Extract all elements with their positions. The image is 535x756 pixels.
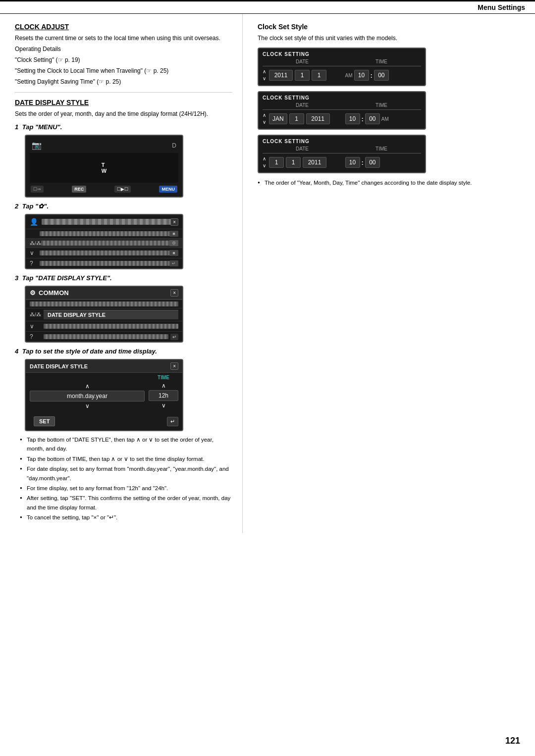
date-style-close-btn[interactable]: × (170, 362, 178, 370)
step2-text: Tap "✿". (22, 202, 49, 210)
date-value-box[interactable]: month.day.year (30, 391, 145, 402)
clock-set-style-desc: The clock set style of this unit varies … (258, 34, 525, 43)
common-item-1-bar (30, 302, 178, 306)
common-q-icon: ? (30, 333, 44, 340)
close-btn[interactable]: × (170, 218, 178, 226)
common-item-4[interactable]: ? ↵ (26, 331, 182, 342)
clock-updown-1: ∧ ∨ (263, 68, 266, 82)
step4-text: Tap to set the style of date and time di… (22, 348, 157, 355)
clock-updown-3: ∧ ∨ (263, 155, 266, 169)
set-button[interactable]: SET (34, 416, 55, 426)
time-column: TIME ∧ 12h ∨ (149, 375, 178, 410)
menu-item-3-icon: ∨ (30, 250, 40, 256)
clock-screen-2-title: CLOCK SETTING (263, 95, 421, 101)
clock-body-1: ∧ ∨ 2011 1 1 AM 10 : 00 (263, 68, 421, 82)
clock-date-label-1: DATE (263, 59, 342, 64)
date-style-footer: SET ↵ (26, 412, 182, 430)
min-field-3[interactable]: 00 (365, 157, 380, 168)
clock-screen-2: CLOCK SETTING DATE TIME ∧ ∨ JAN 1 2011 (258, 91, 426, 130)
clock-date-part-2: JAN 1 2011 (269, 113, 345, 124)
menu-item-4-text (40, 261, 169, 266)
min-field-1[interactable]: 00 (374, 70, 389, 81)
date-display-style-desc: Sets the order of year, month, day and t… (15, 109, 232, 118)
step1-text: Tap "MENU". (22, 123, 62, 131)
clock-time-part-1: AM 10 : 00 (345, 70, 422, 81)
time-down-arrow[interactable]: ∨ (149, 401, 178, 410)
clock-set-style-section: Clock Set Style The clock set style of t… (258, 23, 525, 187)
clock-note: The order of "Year, Month, Day, Time" ch… (258, 178, 525, 187)
month-field-2[interactable]: JAN (269, 113, 287, 124)
up-arrow-2[interactable]: ∧ (263, 112, 266, 119)
down-arrow-2[interactable]: ∨ (263, 119, 266, 126)
year-field-1[interactable]: 2011 (269, 70, 293, 81)
clock-time-label-1: TIME (342, 59, 421, 64)
ampm-field-2[interactable]: AM (381, 116, 389, 122)
right-column: Clock Set Style The clock set style of t… (243, 14, 535, 533)
menu-item-4[interactable]: ? ↵ (26, 258, 182, 268)
year-field-3[interactable]: 2011 (303, 157, 326, 168)
ampm-field-1[interactable]: AM (345, 73, 353, 78)
date-down-arrow[interactable]: ∨ (30, 402, 145, 410)
year-field-2[interactable]: 2011 (306, 113, 330, 124)
bullet-6: To cancel the setting, tap "×" or "↵". (20, 513, 232, 522)
common-item-3[interactable]: ∨ (26, 321, 182, 331)
clock-adjust-title: CLOCK ADJUST (15, 23, 232, 31)
clock-note-text: The order of "Year, Month, Day, Time" ch… (265, 180, 472, 186)
day-field-2[interactable]: 1 (289, 113, 304, 124)
date-column: ∧ month.day.year ∨ (30, 375, 145, 410)
clock-screen-3-title: CLOCK SETTING (263, 139, 421, 144)
menu-item-2[interactable]: ⁂/⁂ ⚙ (26, 238, 182, 248)
time-up-arrow[interactable]: ∧ (149, 381, 178, 390)
time-value-box[interactable]: 12h (149, 390, 178, 401)
menu-btn[interactable]: MENU (159, 186, 177, 193)
playback-btn[interactable]: ☐▶☐ (114, 186, 131, 193)
clock-set-style-title: Clock Set Style (258, 23, 525, 31)
settings-icon: 👤 (30, 218, 42, 226)
menu-header: 👤 × (26, 215, 182, 229)
camera-icon: 📷 (32, 141, 42, 150)
menu-item-3[interactable]: ∨ ■ (26, 248, 182, 258)
common-item-4-badge: ↵ (170, 334, 178, 340)
rec-icon: ☐⇒ (31, 186, 44, 193)
menu-item-1[interactable]: ■ (26, 229, 182, 238)
date-display-style-item[interactable]: DATE DISPLAY STYLE (44, 310, 178, 319)
clock-date-label-2: DATE (263, 102, 342, 108)
rec-btn[interactable]: REC (72, 186, 86, 193)
colon-3: : (362, 159, 364, 166)
clock-time-label-2: TIME (342, 102, 421, 108)
clock-adjust-operating: Operating Details (15, 45, 232, 53)
month-field-3[interactable]: 1 (286, 157, 301, 168)
common-close-btn[interactable]: × (170, 289, 178, 297)
clock-adjust-link3: "Setting Daylight Saving Time" (☞ p. 25) (15, 77, 232, 86)
day-field-1[interactable]: 1 (312, 70, 326, 81)
down-arrow-3[interactable]: ∨ (263, 162, 266, 169)
screen-bottom-row: ☐⇒ REC ☐▶☐ MENU (30, 186, 178, 193)
clock-time-label-3: TIME (342, 146, 421, 151)
menu-item-2-text (41, 241, 169, 246)
clock-col-headers-3: DATE TIME (263, 146, 421, 153)
date-up-arrow[interactable]: ∧ (30, 382, 145, 391)
hour-field-3[interactable]: 10 (345, 157, 360, 168)
step2-num: 2 (15, 202, 18, 210)
hour-field-1[interactable]: 10 (354, 70, 369, 81)
common-item-1[interactable] (26, 300, 182, 308)
step3-label: 3 Tap "DATE DISPLAY STYLE". (15, 274, 232, 282)
dds-left-icon: ⁂/⁂ (30, 312, 44, 317)
colon-2: : (362, 115, 364, 123)
clock-body-3: ∧ ∨ 1 1 2011 10 : 00 (263, 155, 421, 169)
menu-item-2-icon: ⁂/⁂ (30, 241, 41, 246)
common-item-3-bar (44, 324, 178, 329)
up-arrow-3[interactable]: ∧ (263, 155, 266, 162)
back-button[interactable]: ↵ (167, 417, 178, 426)
common-item-dds[interactable]: ⁂/⁂ DATE DISPLAY STYLE (26, 308, 182, 321)
clock-col-headers-2: DATE TIME (263, 102, 421, 110)
hour-field-2[interactable]: 10 (345, 113, 360, 124)
date-display-style-section: DATE DISPLAY STYLE Sets the order of yea… (15, 99, 232, 522)
clock-body-2: ∧ ∨ JAN 1 2011 10 : 00 AM (263, 112, 421, 126)
clock-adjust-link2: "Setting the Clock to Local Time when Tr… (15, 66, 232, 75)
down-arrow-1[interactable]: ∨ (263, 75, 266, 82)
up-arrow-1[interactable]: ∧ (263, 68, 266, 75)
day-field-3[interactable]: 1 (269, 157, 284, 168)
month-field-1[interactable]: 1 (295, 70, 310, 81)
min-field-2[interactable]: 00 (365, 113, 380, 124)
